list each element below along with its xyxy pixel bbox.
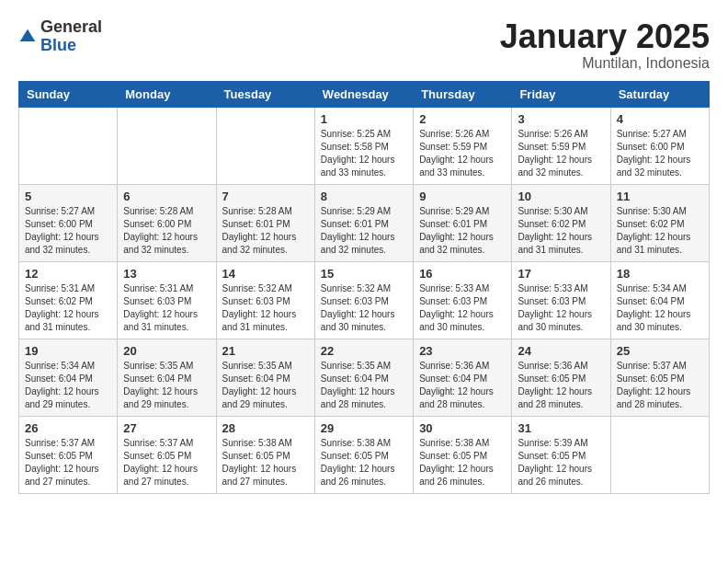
day-info: Sunrise: 5:32 AM Sunset: 6:03 PM Dayligh… [321, 282, 407, 334]
day-number: 20 [123, 344, 210, 358]
day-number: 7 [222, 190, 309, 203]
day-number: 1 [321, 112, 407, 126]
day-info: Sunrise: 5:25 AM Sunset: 5:58 PM Dayligh… [321, 128, 407, 179]
svg-marker-0 [20, 29, 36, 40]
day-number: 18 [617, 267, 703, 281]
calendar-cell: 23Sunrise: 5:36 AM Sunset: 6:04 PM Dayli… [414, 339, 512, 416]
day-number: 14 [222, 267, 309, 281]
day-number: 10 [518, 190, 604, 203]
weekday-header-row: SundayMondayTuesdayWednesdayThursdayFrid… [19, 81, 710, 107]
calendar-cell: 18Sunrise: 5:34 AM Sunset: 6:04 PM Dayli… [610, 261, 709, 339]
day-number: 23 [419, 344, 506, 358]
calendar-cell: 15Sunrise: 5:32 AM Sunset: 6:03 PM Dayli… [314, 261, 413, 339]
day-info: Sunrise: 5:37 AM Sunset: 6:05 PM Dayligh… [123, 437, 210, 488]
calendar-week-row: 26Sunrise: 5:37 AM Sunset: 6:05 PM Dayli… [19, 416, 710, 493]
calendar-cell: 7Sunrise: 5:28 AM Sunset: 6:01 PM Daylig… [216, 184, 314, 261]
calendar-cell [19, 107, 118, 184]
day-number: 11 [617, 190, 703, 203]
calendar-cell: 17Sunrise: 5:33 AM Sunset: 6:03 PM Dayli… [512, 261, 610, 339]
calendar-week-row: 12Sunrise: 5:31 AM Sunset: 6:02 PM Dayli… [19, 261, 710, 339]
day-number: 17 [518, 267, 604, 281]
day-info: Sunrise: 5:26 AM Sunset: 5:59 PM Dayligh… [419, 128, 506, 179]
calendar-cell: 22Sunrise: 5:35 AM Sunset: 6:04 PM Dayli… [314, 339, 413, 416]
calendar-cell [216, 107, 314, 184]
day-number: 29 [321, 421, 407, 435]
calendar-cell: 25Sunrise: 5:37 AM Sunset: 6:05 PM Dayli… [610, 339, 709, 416]
calendar-cell: 11Sunrise: 5:30 AM Sunset: 6:02 PM Dayli… [610, 184, 709, 261]
calendar-cell: 4Sunrise: 5:27 AM Sunset: 6:00 PM Daylig… [610, 107, 709, 184]
weekday-header: Thursday [414, 81, 512, 107]
day-info: Sunrise: 5:36 AM Sunset: 6:05 PM Dayligh… [518, 360, 604, 411]
location: Muntilan, Indonesia [500, 55, 710, 72]
day-info: Sunrise: 5:31 AM Sunset: 6:02 PM Dayligh… [25, 282, 111, 334]
calendar-cell: 26Sunrise: 5:37 AM Sunset: 6:05 PM Dayli… [19, 416, 118, 493]
calendar-cell: 16Sunrise: 5:33 AM Sunset: 6:03 PM Dayli… [414, 261, 512, 339]
calendar-cell: 1Sunrise: 5:25 AM Sunset: 5:58 PM Daylig… [314, 107, 413, 184]
day-info: Sunrise: 5:30 AM Sunset: 6:02 PM Dayligh… [518, 205, 604, 257]
day-info: Sunrise: 5:33 AM Sunset: 6:03 PM Dayligh… [419, 282, 506, 334]
day-number: 26 [25, 421, 111, 435]
day-number: 5 [25, 190, 111, 203]
day-number: 9 [419, 190, 506, 203]
day-info: Sunrise: 5:32 AM Sunset: 6:03 PM Dayligh… [222, 282, 309, 334]
day-number: 28 [222, 421, 309, 435]
calendar-cell: 19Sunrise: 5:34 AM Sunset: 6:04 PM Dayli… [19, 339, 118, 416]
day-number: 30 [419, 421, 506, 435]
weekday-header: Monday [118, 81, 216, 107]
weekday-header: Friday [512, 81, 610, 107]
day-number: 21 [222, 344, 309, 358]
calendar-cell: 29Sunrise: 5:38 AM Sunset: 6:05 PM Dayli… [314, 416, 413, 493]
weekday-header: Wednesday [314, 81, 413, 107]
calendar-cell: 14Sunrise: 5:32 AM Sunset: 6:03 PM Dayli… [216, 261, 314, 339]
day-info: Sunrise: 5:28 AM Sunset: 6:01 PM Dayligh… [222, 205, 309, 257]
day-info: Sunrise: 5:33 AM Sunset: 6:03 PM Dayligh… [518, 282, 604, 334]
calendar-cell: 28Sunrise: 5:38 AM Sunset: 6:05 PM Dayli… [216, 416, 314, 493]
day-number: 4 [617, 112, 703, 126]
day-number: 12 [25, 267, 111, 281]
calendar-cell [118, 107, 216, 184]
day-number: 27 [123, 421, 210, 435]
day-info: Sunrise: 5:35 AM Sunset: 6:04 PM Dayligh… [222, 360, 309, 411]
day-number: 24 [518, 344, 604, 358]
day-info: Sunrise: 5:27 AM Sunset: 6:00 PM Dayligh… [617, 128, 703, 179]
calendar: SundayMondayTuesdayWednesdayThursdayFrid… [18, 81, 710, 494]
calendar-cell: 9Sunrise: 5:29 AM Sunset: 6:01 PM Daylig… [414, 184, 512, 261]
day-info: Sunrise: 5:31 AM Sunset: 6:03 PM Dayligh… [123, 282, 210, 334]
logo-icon [18, 28, 37, 46]
calendar-cell: 27Sunrise: 5:37 AM Sunset: 6:05 PM Dayli… [118, 416, 216, 493]
day-info: Sunrise: 5:30 AM Sunset: 6:02 PM Dayligh… [617, 205, 703, 257]
day-info: Sunrise: 5:37 AM Sunset: 6:05 PM Dayligh… [617, 360, 703, 411]
title-block: January 2025 Muntilan, Indonesia [500, 18, 710, 72]
calendar-cell: 24Sunrise: 5:36 AM Sunset: 6:05 PM Dayli… [512, 339, 610, 416]
day-number: 3 [518, 112, 604, 126]
calendar-week-row: 1Sunrise: 5:25 AM Sunset: 5:58 PM Daylig… [19, 107, 710, 184]
page-header: General Blue January 2025 Muntilan, Indo… [18, 18, 710, 72]
day-info: Sunrise: 5:34 AM Sunset: 6:04 PM Dayligh… [25, 360, 111, 411]
calendar-cell: 21Sunrise: 5:35 AM Sunset: 6:04 PM Dayli… [216, 339, 314, 416]
day-number: 19 [25, 344, 111, 358]
weekday-header: Tuesday [216, 81, 314, 107]
calendar-week-row: 19Sunrise: 5:34 AM Sunset: 6:04 PM Dayli… [19, 339, 710, 416]
day-number: 13 [123, 267, 210, 281]
day-number: 16 [419, 267, 506, 281]
day-number: 2 [419, 112, 506, 126]
calendar-cell: 31Sunrise: 5:39 AM Sunset: 6:05 PM Dayli… [512, 416, 610, 493]
day-number: 22 [321, 344, 407, 358]
logo: General Blue [18, 18, 102, 55]
day-number: 15 [321, 267, 407, 281]
calendar-cell: 13Sunrise: 5:31 AM Sunset: 6:03 PM Dayli… [118, 261, 216, 339]
day-number: 31 [518, 421, 604, 435]
calendar-cell: 10Sunrise: 5:30 AM Sunset: 6:02 PM Dayli… [512, 184, 610, 261]
day-info: Sunrise: 5:38 AM Sunset: 6:05 PM Dayligh… [419, 437, 506, 488]
logo-blue: Blue [40, 36, 76, 54]
day-info: Sunrise: 5:26 AM Sunset: 5:59 PM Dayligh… [518, 128, 604, 179]
calendar-cell: 20Sunrise: 5:35 AM Sunset: 6:04 PM Dayli… [118, 339, 216, 416]
calendar-cell: 30Sunrise: 5:38 AM Sunset: 6:05 PM Dayli… [414, 416, 512, 493]
day-info: Sunrise: 5:36 AM Sunset: 6:04 PM Dayligh… [419, 360, 506, 411]
calendar-cell: 6Sunrise: 5:28 AM Sunset: 6:00 PM Daylig… [118, 184, 216, 261]
weekday-header: Sunday [19, 81, 118, 107]
day-info: Sunrise: 5:35 AM Sunset: 6:04 PM Dayligh… [321, 360, 407, 411]
day-info: Sunrise: 5:38 AM Sunset: 6:05 PM Dayligh… [222, 437, 309, 488]
day-number: 25 [617, 344, 703, 358]
day-info: Sunrise: 5:29 AM Sunset: 6:01 PM Dayligh… [419, 205, 506, 257]
